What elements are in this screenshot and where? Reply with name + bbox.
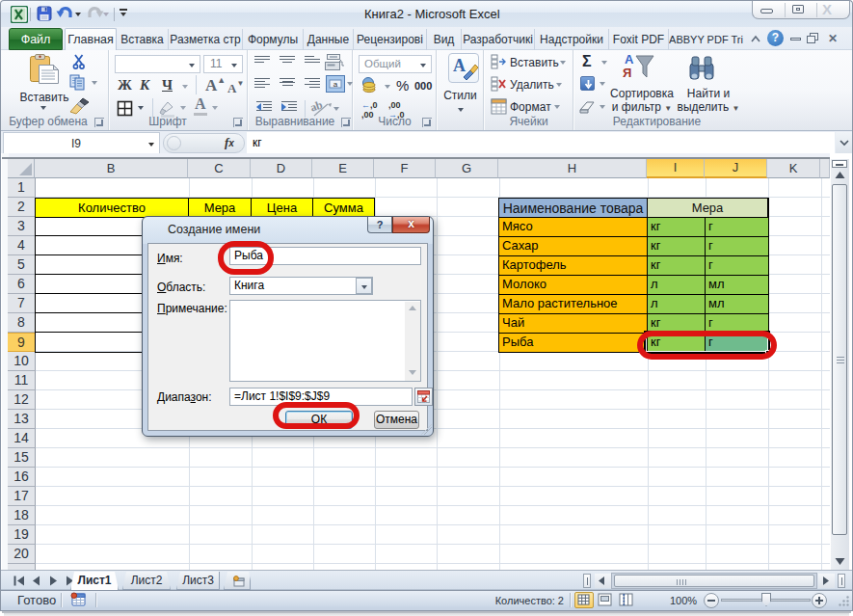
svg-text:a: a [333, 80, 338, 89]
